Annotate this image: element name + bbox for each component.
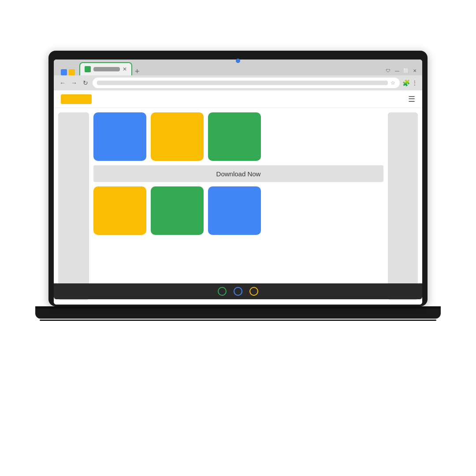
laptop-stand <box>35 306 441 309</box>
tab-close-button[interactable]: ✕ <box>123 66 127 72</box>
refresh-button[interactable]: ↻ <box>81 78 90 87</box>
page-content: ☰ <box>54 90 422 305</box>
download-now-button[interactable]: Download Now <box>93 165 383 182</box>
browser-controls-row: ← → ↻ ☆ 🧩 ⋮ <box>54 75 422 90</box>
bookmark-icon[interactable]: ☆ <box>390 80 395 86</box>
taskbar-dot-green <box>218 287 227 296</box>
maximize-button[interactable]: ⬜ <box>403 67 409 74</box>
minimize-button[interactable]: — <box>394 67 400 74</box>
browser-actions: 🧩 ⋮ <box>402 79 418 86</box>
browser-chrome: ✕ + 🛡 — ⬜ ✕ ← → <box>54 60 422 90</box>
inactive-tabs <box>58 69 78 75</box>
extensions-icon[interactable]: 🧩 <box>402 79 410 86</box>
card-green-2 <box>151 186 204 235</box>
card-yellow-2 <box>93 186 146 235</box>
page-main: Download Now <box>54 108 422 305</box>
sidebar-right <box>388 112 418 300</box>
address-bar[interactable]: ☆ <box>93 78 400 88</box>
new-tab-button[interactable]: + <box>135 67 140 75</box>
sidebar-left <box>58 112 89 300</box>
laptop-shadow <box>40 320 436 321</box>
taskbar-dot-yellow <box>249 287 258 296</box>
cards-row-bottom <box>93 186 383 235</box>
favicon-green-active <box>85 66 91 72</box>
window-close-button[interactable]: ✕ <box>412 67 418 74</box>
webcam-dot <box>236 59 240 63</box>
laptop-scene: ✕ + 🛡 — ⬜ ✕ ← → <box>40 51 436 425</box>
card-blue-1 <box>93 112 146 161</box>
card-blue-2 <box>208 186 261 235</box>
taskbar-dot-blue <box>234 287 242 296</box>
active-tab[interactable]: ✕ <box>79 62 132 75</box>
favicon-blue <box>61 69 67 75</box>
menu-icon[interactable]: ⋮ <box>412 79 418 86</box>
screen-area: ✕ + 🛡 — ⬜ ✕ ← → <box>54 60 422 305</box>
card-green-1 <box>208 112 261 161</box>
favicon-yellow <box>69 69 75 75</box>
laptop-bezel: ✕ + 🛡 — ⬜ ✕ ← → <box>48 51 428 306</box>
laptop-base <box>35 306 441 319</box>
laptop-body: ✕ + 🛡 — ⬜ ✕ ← → <box>48 51 428 306</box>
cards-row-top <box>93 112 383 161</box>
taskbar <box>54 283 422 299</box>
tab-title-placeholder <box>93 67 120 71</box>
forward-button[interactable]: → <box>70 78 78 87</box>
card-yellow-1 <box>151 112 204 161</box>
content-center: Download Now <box>93 112 383 300</box>
logo <box>61 94 92 104</box>
page-navbar: ☰ <box>54 90 422 108</box>
shield-icon: 🛡 <box>385 67 391 74</box>
url-text <box>97 81 388 85</box>
back-button[interactable]: ← <box>58 78 67 87</box>
hamburger-menu[interactable]: ☰ <box>408 95 415 103</box>
window-controls: 🛡 — ⬜ ✕ <box>385 67 418 75</box>
